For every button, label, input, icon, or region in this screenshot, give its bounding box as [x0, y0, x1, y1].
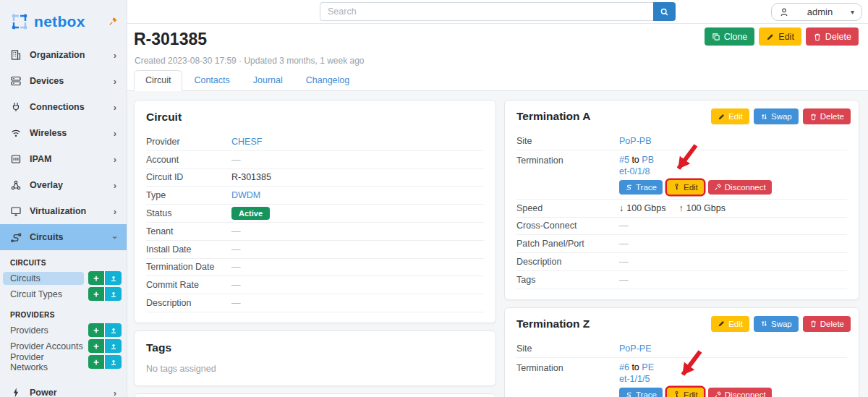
add-button[interactable] [88, 355, 105, 369]
sidebar-item-circuits[interactable]: Circuits › [0, 224, 127, 250]
provider-link[interactable]: CHESF [231, 137, 262, 147]
sidebar-pin-icon[interactable] [109, 17, 118, 26]
chevron-right-icon: › [114, 388, 116, 397]
chevron-right-icon: › [114, 51, 116, 60]
search-icon [660, 7, 669, 17]
device-link[interactable]: PB [642, 155, 654, 165]
trace-button[interactable]: Trace [619, 180, 663, 195]
sidebar-item-virtualization[interactable]: Virtualization › [0, 198, 127, 224]
table-row-provider: Provider CHESF [146, 133, 484, 151]
trace-icon [625, 183, 633, 191]
tab-changelog[interactable]: Changelog [294, 70, 361, 90]
card-title: Tags [135, 331, 495, 362]
sidebar-item-label: IPAM [30, 154, 51, 164]
user-menu-button[interactable]: admin ▾ [771, 3, 862, 21]
delete-button[interactable]: Delete [803, 108, 851, 124]
termination-a-card: Termination A Edit [504, 100, 859, 300]
key-icon [673, 390, 681, 397]
interface-link[interactable]: et-0/1/8 [619, 166, 650, 176]
import-button[interactable] [105, 287, 122, 301]
import-button[interactable] [105, 339, 122, 353]
sidebar-item-label: Circuits [30, 232, 64, 242]
add-button[interactable] [88, 287, 105, 301]
import-button[interactable] [105, 323, 122, 337]
site-link[interactable]: PoP-PE [619, 343, 651, 354]
chevron-right-icon: › [114, 207, 116, 216]
page-header: R-301385 Created 2023-08-30 17:59 · Upda… [127, 24, 868, 90]
termination-z-edit-button[interactable]: Edit [667, 388, 704, 397]
sidebar-link-circuits[interactable]: Circuits [3, 272, 84, 285]
disconnect-icon [714, 183, 722, 191]
caret-down-icon: ▾ [851, 8, 854, 16]
brand-name[interactable]: netbox [34, 13, 85, 30]
table-row-termination: Termination #6 to PE et-1/1/5 [516, 358, 847, 397]
device-link[interactable]: PE [642, 362, 654, 372]
sidebar-item-label: Devices [30, 76, 64, 86]
username: admin [789, 7, 851, 17]
search-button[interactable] [653, 2, 676, 21]
trash-icon [809, 113, 817, 121]
sidebar-item-wireless[interactable]: Wireless › [0, 120, 127, 146]
type-link[interactable]: DWDM [231, 190, 260, 200]
interface-link[interactable]: et-1/1/5 [619, 374, 650, 384]
ipam-icon [10, 153, 22, 165]
import-button[interactable] [105, 271, 122, 285]
site-link[interactable]: PoP-PB [619, 136, 651, 146]
chevron-right-icon: › [114, 181, 116, 190]
trace-button[interactable]: Trace [619, 388, 663, 397]
tab-circuit[interactable]: Circuit [134, 70, 182, 91]
sidebar-link-providers[interactable]: Providers [3, 324, 84, 337]
sidebar-link-provider-networks[interactable]: Provider Networks [3, 351, 84, 374]
swap-button[interactable]: Swap [754, 108, 799, 124]
copy-icon [712, 33, 720, 41]
tab-journal[interactable]: Journal [242, 70, 294, 90]
sidebar-item-label: Virtualization [30, 206, 86, 216]
disconnect-button[interactable]: Disconnect [708, 388, 772, 397]
sidebar: netbox Organization › [0, 0, 127, 397]
termination-z-actions: Edit Swap [711, 316, 851, 332]
sidebar-item-label: Power [30, 388, 57, 397]
sidebar-item-overlay[interactable]: Overlay › [0, 172, 127, 198]
table-row-patch-panel: Patch Panel/Port — [516, 235, 847, 253]
sidebar-item-power[interactable]: Power › [0, 380, 127, 397]
sidebar-item-label: Wireless [30, 128, 67, 138]
clone-button[interactable]: Clone [705, 27, 755, 46]
sidebar-item-connections[interactable]: Connections › [0, 94, 127, 120]
swap-button[interactable]: Swap [754, 316, 799, 332]
disconnect-button[interactable]: Disconnect [708, 180, 772, 195]
add-button[interactable] [88, 323, 105, 337]
import-button[interactable] [105, 355, 122, 369]
search-input[interactable] [320, 2, 653, 21]
sidebar-item-ipam[interactable]: IPAM › [0, 146, 127, 172]
sidebar-item-organization[interactable]: Organization › [0, 42, 127, 68]
sidebar-subrow-providers: Providers [0, 323, 127, 338]
next-card-partial [134, 393, 496, 397]
edit-button[interactable]: Edit [711, 316, 749, 332]
logo-row: netbox [0, 0, 127, 38]
plug-icon [10, 101, 22, 113]
key-icon [673, 183, 681, 191]
edit-button[interactable]: Edit [711, 108, 749, 124]
sidebar-item-devices[interactable]: Devices › [0, 68, 127, 94]
tab-bar: Circuit Contacts Journal Changelog [134, 70, 361, 90]
pencil-icon [718, 113, 726, 121]
disconnect-icon [714, 390, 722, 397]
table-row-circuit-id: Circuit ID R-301385 [146, 169, 484, 187]
sidebar-link-circuit-types[interactable]: Circuit Types [3, 288, 84, 301]
delete-button[interactable]: Delete [803, 316, 851, 332]
add-button[interactable] [88, 271, 105, 285]
termination-z-card: Termination Z Edit [504, 307, 859, 397]
sidebar-item-label: Organization [30, 50, 85, 60]
trash-icon [813, 33, 822, 41]
table-row-account: Account — [146, 151, 484, 169]
tags-card: Tags No tags assigned [134, 330, 496, 386]
termination-a-edit-button[interactable]: Edit [667, 180, 704, 195]
tab-contacts[interactable]: Contacts [182, 70, 241, 90]
server-icon [10, 75, 22, 87]
termination-number-link[interactable]: #6 [619, 362, 629, 372]
add-button[interactable] [88, 339, 105, 353]
delete-button[interactable]: Delete [806, 27, 859, 46]
termination-number-link[interactable]: #5 [619, 155, 629, 165]
edit-button[interactable]: Edit [759, 27, 801, 46]
circuit-card: Circuit Provider CHESF Account — Circuit… [134, 100, 496, 323]
